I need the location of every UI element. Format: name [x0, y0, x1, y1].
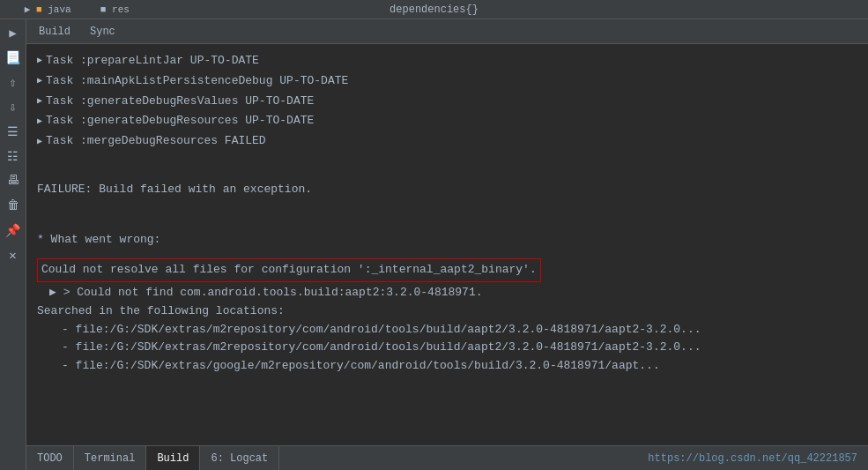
- task-arrow-4[interactable]: ▶: [37, 115, 42, 129]
- task-text-4: Task :generateDebugResources UP-TO-DATE: [46, 112, 314, 131]
- error-highlight-box: Could not resolve all files for configur…: [37, 257, 857, 284]
- status-url-text: https://blog.csdn.net/qq_42221857: [648, 452, 857, 465]
- build-toolbar-btn[interactable]: Build: [33, 24, 76, 40]
- task-line-1: ▶ Task :prepareLintJar UP-TO-DATE: [37, 51, 857, 71]
- file-path-1: - file:/G:/SDK/extras/m2repository/com/a…: [37, 321, 848, 339]
- top-file-bar: ▶ ■ java ■ res dependencies{}: [0, 0, 868, 19]
- file-item-res: ■ res: [89, 4, 130, 15]
- task-arrow-1[interactable]: ▶: [37, 54, 42, 68]
- could-not-find-text: > Could not find com.android.tools.build…: [63, 286, 483, 299]
- tab-logcat[interactable]: 6: Logcat: [200, 446, 279, 470]
- dep-tab[interactable]: dependencies{}: [389, 4, 479, 16]
- what-wrong-label: * What went wrong:: [37, 231, 857, 250]
- task-line-3: ▶ Task :generateDebugResValues UP-TO-DAT…: [37, 92, 857, 112]
- sidebar-icon-print[interactable]: 🖶: [4, 171, 23, 190]
- tab-logcat-label: 6: Logcat: [211, 452, 268, 465]
- file-path-1-text: - file:/G:/SDK/extras/m2repository/com/a…: [62, 323, 701, 336]
- sync-toolbar-btn[interactable]: Sync: [85, 24, 121, 40]
- tab-todo[interactable]: TODO: [26, 446, 74, 470]
- could-not-find: ▶ > Could not find com.android.tools.bui…: [37, 284, 857, 302]
- sidebar-icon-down[interactable]: ⇩: [4, 97, 23, 116]
- main-layout: ▶ 📃 ⇧ ⇩ ☰ ☷ 🖶 🗑 📌 ✕ Build Sync ▶ Task :p…: [0, 19, 868, 470]
- tab-build[interactable]: Build: [146, 446, 200, 470]
- task-text-1: Task :prepareLintJar UP-TO-DATE: [46, 52, 259, 71]
- build-output[interactable]: ▶ Task :prepareLintJar UP-TO-DATE ▶ Task…: [26, 44, 868, 445]
- error-highlight-text: Could not resolve all files for configur…: [37, 258, 541, 282]
- tab-todo-label: TODO: [37, 452, 63, 465]
- task-text-5: Task :mergeDebugResources FAILED: [46, 132, 266, 151]
- task-text-2: Task :mainApkListPersistenceDebug UP-TO-…: [46, 72, 348, 91]
- sidebar-icon-filter[interactable]: ☰: [4, 122, 23, 141]
- sidebar-icon-list[interactable]: ☷: [4, 146, 23, 166]
- sidebar-icon-pin[interactable]: 📌: [4, 220, 23, 240]
- sidebar-icon-trash[interactable]: 🗑: [4, 196, 23, 215]
- file-path-2-text: - file:/G:/SDK/extras/m2repository/com/a…: [62, 340, 701, 354]
- status-bar-url: https://blog.csdn.net/qq_42221857: [637, 446, 868, 470]
- task-line-4: ▶ Task :generateDebugResources UP-TO-DAT…: [37, 111, 857, 131]
- sidebar-icon-close[interactable]: ✕: [4, 245, 23, 265]
- task-line-2: ▶ Task :mainApkListPersistenceDebug UP-T…: [37, 71, 857, 92]
- bottom-tabs: TODO Terminal Build 6: Logcat https://bl…: [26, 445, 868, 470]
- file-item-java: ▶ ■ java: [7, 4, 89, 15]
- sidebar: ▶ 📃 ⇧ ⇩ ☰ ☷ 🖶 🗑 📌 ✕: [0, 19, 26, 470]
- task-line-5: ▶ Task :mergeDebugResources FAILED: [37, 131, 857, 152]
- file-path-2: - file:/G:/SDK/extras/m2repository/com/a…: [37, 339, 848, 357]
- toolbar: Build Sync: [26, 19, 868, 44]
- task-text-3: Task :generateDebugResValues UP-TO-DATE: [46, 93, 314, 111]
- could-not-find-arrow[interactable]: ▶: [49, 286, 56, 299]
- sidebar-icon-1[interactable]: ▶: [4, 23, 23, 42]
- file-path-3-text: - file:/G:/SDK/extras/google/m2repositor…: [62, 359, 660, 372]
- sidebar-icon-2[interactable]: 📃: [4, 48, 23, 67]
- task-arrow-5[interactable]: ▶: [37, 135, 42, 149]
- tab-build-label: Build: [157, 452, 189, 465]
- file-path-3: - file:/G:/SDK/extras/google/m2repositor…: [37, 357, 848, 376]
- sidebar-icon-up[interactable]: ⇧: [4, 72, 23, 92]
- tab-terminal[interactable]: Terminal: [74, 446, 147, 470]
- content-area: Build Sync ▶ Task :prepareLintJar UP-TO-…: [26, 19, 868, 470]
- tab-terminal-label: Terminal: [85, 452, 136, 465]
- task-arrow-3[interactable]: ▶: [37, 94, 42, 108]
- failure-text: FAILURE: Build failed with an exception.: [37, 181, 857, 199]
- searched-in-label: Searched in the following locations:: [37, 302, 857, 321]
- task-arrow-2[interactable]: ▶: [37, 74, 42, 88]
